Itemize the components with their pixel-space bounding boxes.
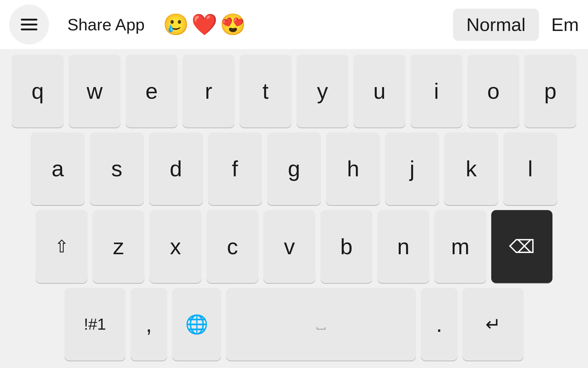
key-d[interactable]: d <box>149 132 203 205</box>
symbols-key[interactable]: !#1 <box>64 288 126 361</box>
key-o[interactable]: o <box>467 55 519 128</box>
menu-line-2 <box>21 24 37 25</box>
key-a[interactable]: a <box>31 132 85 205</box>
key-l[interactable]: l <box>503 132 557 205</box>
key-y[interactable]: y <box>296 55 349 128</box>
key-i[interactable]: i <box>410 55 462 128</box>
key-j[interactable]: j <box>385 132 439 205</box>
period-key[interactable]: . <box>421 288 458 361</box>
menu-line-3 <box>21 29 37 30</box>
key-h[interactable]: h <box>326 132 380 205</box>
key-q[interactable]: q <box>12 55 64 128</box>
menu-button[interactable] <box>9 5 49 44</box>
key-s[interactable]: s <box>90 132 144 205</box>
key-f[interactable]: f <box>208 132 262 205</box>
menu-line-1 <box>21 19 37 21</box>
key-e[interactable]: e <box>126 55 178 128</box>
key-r[interactable]: r <box>183 55 235 128</box>
key-z[interactable]: z <box>92 210 145 283</box>
emoji-group: 🥲 ❤️ 😍 <box>163 12 246 37</box>
share-app-label: Share App <box>67 15 145 34</box>
key-v[interactable]: v <box>263 210 315 283</box>
emoji-heart-eyes: 😍 <box>220 12 246 37</box>
key-p[interactable]: p <box>524 55 576 128</box>
top-bar: Share App 🥲 ❤️ 😍 Normal Em <box>0 0 588 49</box>
keyboard-row-2: a s d f g h j k l <box>6 132 582 205</box>
key-x[interactable]: x <box>149 210 202 283</box>
key-n[interactable]: n <box>377 210 429 283</box>
key-u[interactable]: u <box>353 55 405 128</box>
key-c[interactable]: c <box>206 210 258 283</box>
key-w[interactable]: w <box>69 55 121 128</box>
comma-key[interactable]: , <box>130 288 167 361</box>
enter-key[interactable]: ↵ <box>462 288 524 361</box>
emoji-heart: ❤️ <box>191 12 217 37</box>
keyboard: q w e r t y u i o p a s d f g h j k l ⇧ … <box>0 49 588 368</box>
backspace-key[interactable]: ⌫ <box>491 210 552 283</box>
keyboard-row-4: !#1 , 🌐 ⎵ . ↵ <box>6 288 582 361</box>
space-key[interactable]: ⎵ <box>226 288 416 361</box>
key-t[interactable]: t <box>239 55 292 128</box>
key-b[interactable]: b <box>320 210 372 283</box>
globe-key[interactable]: 🌐 <box>172 288 221 361</box>
key-g[interactable]: g <box>267 132 321 205</box>
em-label: Em <box>551 14 579 35</box>
normal-button[interactable]: Normal <box>453 9 539 41</box>
key-m[interactable]: m <box>434 210 486 283</box>
emoji-crying: 🥲 <box>163 12 189 37</box>
shift-key[interactable]: ⇧ <box>36 210 88 283</box>
key-k[interactable]: k <box>444 132 498 205</box>
keyboard-row-3: ⇧ z x c v b n m ⌫ <box>6 210 582 283</box>
keyboard-row-1: q w e r t y u i o p <box>6 55 582 128</box>
